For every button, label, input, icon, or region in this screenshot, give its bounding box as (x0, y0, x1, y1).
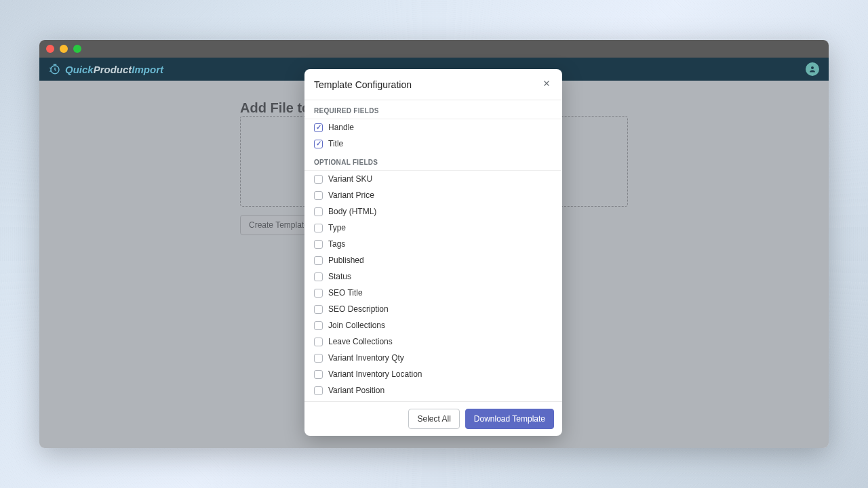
field-row[interactable]: Tags (304, 236, 561, 252)
field-label: Variant Inventory Qty (328, 353, 404, 363)
field-checkbox[interactable] (314, 386, 323, 395)
field-checkbox[interactable] (314, 240, 323, 249)
close-icon (542, 79, 551, 88)
field-label: SEO Title (328, 288, 363, 298)
download-template-button[interactable]: Download Template (465, 409, 554, 429)
field-label: Tags (328, 239, 345, 249)
field-checkbox[interactable] (314, 207, 323, 216)
field-label: Title (328, 139, 343, 148)
field-row[interactable]: Title (304, 136, 561, 152)
field-row[interactable]: Published (304, 252, 561, 268)
field-label: Variant Price (328, 190, 374, 200)
field-row[interactable]: Variant Inventory Location (304, 366, 561, 382)
modal-footer: Select All Download Template (304, 401, 562, 436)
field-label: Leave Collections (328, 337, 393, 346)
window-minimize-dot[interactable] (60, 45, 68, 53)
field-label: Variant Inventory Location (328, 369, 422, 379)
stopwatch-icon (49, 63, 61, 75)
modal-close-button[interactable] (540, 77, 553, 92)
field-row[interactable]: Variant Inventory Qty (304, 350, 561, 366)
select-all-button[interactable]: Select All (408, 409, 459, 429)
field-row[interactable]: SEO Title (304, 285, 561, 301)
template-config-modal: Template Configuration REQUIRED FIELDS H… (304, 69, 562, 436)
window-titlebar (39, 40, 829, 58)
field-label: Status (328, 272, 351, 281)
modal-header: Template Configuration (304, 69, 562, 100)
user-icon (808, 65, 816, 73)
field-row[interactable]: Variant SKU (304, 171, 561, 187)
field-checkbox[interactable] (314, 140, 323, 148)
field-checkbox[interactable] (314, 272, 323, 281)
field-checkbox[interactable] (314, 354, 323, 363)
modal-body[interactable]: REQUIRED FIELDS HandleTitle OPTIONAL FIE… (304, 100, 562, 401)
field-row[interactable]: Join Collections (304, 317, 561, 333)
field-label: Type (328, 223, 346, 232)
field-row[interactable]: Variant Position (304, 382, 561, 399)
field-label: Body (HTML) (328, 207, 376, 216)
avatar[interactable] (806, 62, 819, 76)
field-checkbox[interactable] (314, 321, 323, 330)
brand-text: QuickProductImport (65, 64, 163, 75)
field-row[interactable]: Type (304, 220, 561, 236)
field-label: SEO Description (328, 304, 389, 314)
field-checkbox[interactable] (314, 256, 323, 265)
field-checkbox[interactable] (314, 338, 323, 346)
optional-fields-header: OPTIONAL FIELDS (304, 152, 561, 171)
field-label: Variant Position (328, 386, 384, 395)
field-label: Handle (328, 123, 354, 132)
field-checkbox[interactable] (314, 123, 323, 132)
required-fields-header: REQUIRED FIELDS (304, 100, 561, 119)
field-row[interactable]: SEO Description (304, 301, 561, 317)
field-checkbox[interactable] (314, 370, 323, 379)
window-maximize-dot[interactable] (73, 45, 81, 53)
field-label: Published (328, 256, 364, 265)
field-row[interactable]: Variant Price (304, 187, 561, 203)
brand: QuickProductImport (49, 63, 163, 75)
field-row[interactable]: Handle (304, 119, 561, 136)
window-close-dot[interactable] (46, 45, 54, 53)
field-row[interactable]: Leave Collections (304, 333, 561, 350)
field-checkbox[interactable] (314, 224, 323, 232)
field-row[interactable]: Body (HTML) (304, 203, 561, 220)
field-checkbox[interactable] (314, 191, 323, 200)
modal-title: Template Configuration (314, 79, 412, 90)
app-window: QuickProductImport Add File to Batch Cre… (39, 40, 829, 448)
svg-point-1 (811, 66, 814, 69)
field-checkbox[interactable] (314, 289, 323, 298)
field-checkbox[interactable] (314, 305, 323, 314)
field-label: Variant SKU (328, 174, 372, 184)
field-checkbox[interactable] (314, 175, 323, 184)
field-row[interactable]: Status (304, 268, 561, 285)
field-label: Join Collections (328, 321, 385, 330)
